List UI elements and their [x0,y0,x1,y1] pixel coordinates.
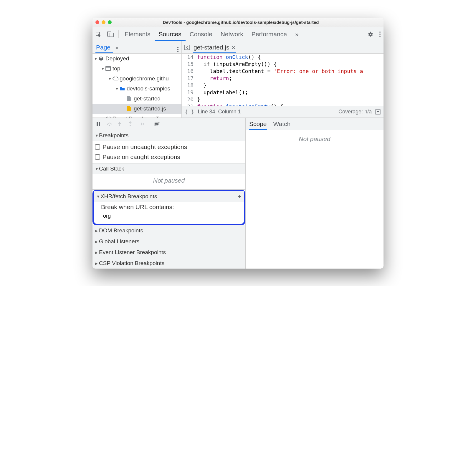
content-area: Page » ▼ Deployed ▼ top ▼ googlechrome.g… [92,41,384,118]
code-line[interactable]: 15 if (inputsAreEmpty()) { [182,61,384,68]
section-csp-breakpoints: ▶CSP Violation Breakpoints [92,258,245,269]
section-header[interactable]: ▼Call Stack [92,163,245,174]
step-icon[interactable] [138,122,144,126]
section-header[interactable]: ▶DOM Breakpoints [92,225,245,236]
cloud-icon [105,117,111,118]
navigator-more-icon[interactable] [177,42,178,52]
code-content: function inputsAreEmpty() { [196,103,283,106]
file-tree: ▼ Deployed ▼ top ▼ googlechrome.githu ▼ … [92,54,181,118]
section-title: XHR/fetch Breakpoints [100,193,157,200]
line-number[interactable]: 19 [182,89,196,96]
debugger-pane: ▼Breakpoints Pause on uncaught exception… [92,118,246,269]
tree-node-top[interactable]: ▼ top [92,64,181,74]
code-content: updateLabel(); [196,89,248,96]
checkbox-icon[interactable] [95,144,100,150]
tree-label: get-started [134,95,161,102]
document-icon [127,96,133,101]
line-number[interactable]: 16 [182,68,196,75]
inspect-icon[interactable] [92,31,104,37]
navigator-tab-page[interactable]: Page [95,41,113,53]
code-editor-pane: get-started.js × 14function onClick() {1… [182,41,384,118]
code-line[interactable]: 17 return; [182,75,384,82]
section-breakpoints: ▼Breakpoints Pause on uncaught exception… [92,130,245,163]
section-header[interactable]: ▼Breakpoints [92,130,245,141]
checkbox-label: Pause on uncaught exceptions [103,143,187,150]
checkbox-label: Pause on caught exceptions [103,153,180,161]
highlight-box: ▼XHR/fetch Breakpoints + Break when URL … [92,190,245,225]
line-number[interactable]: 18 [182,82,196,89]
pause-uncaught-row[interactable]: Pause on uncaught exceptions [95,142,243,152]
step-over-icon[interactable] [107,121,113,127]
tree-node-origin[interactable]: ▼ googlechrome.githu [92,74,181,84]
code-line[interactable]: 18 } [182,82,384,89]
svg-rect-5 [184,45,190,50]
section-title: Event Listener Breakpoints [99,249,166,256]
code-content: label.textContent = 'Error: one or both … [196,68,363,75]
code-view[interactable]: 14function onClick() {15 if (inputsAreEm… [182,54,384,106]
add-icon[interactable]: + [237,192,242,201]
close-icon[interactable]: × [232,44,235,51]
code-line[interactable]: 14function onClick() { [182,54,384,61]
step-out-icon[interactable] [128,121,134,127]
tab-sources[interactable]: Sources [155,27,186,41]
line-number[interactable]: 21 [182,103,196,106]
section-header[interactable]: ▼XHR/fetch Breakpoints + [94,191,244,202]
more-icon[interactable] [376,32,384,37]
not-paused-label: Not paused [92,174,245,189]
titlebar: DevTools - googlechrome.github.io/devtoo… [92,18,384,27]
svg-point-12 [143,123,144,125]
divider [118,30,119,38]
section-callstack: ▼Call Stack Not paused [92,163,245,190]
js-file-icon [127,106,133,111]
tree-node-extension[interactable]: ▶ React Developer Too [92,114,181,118]
section-header[interactable]: ▶Global Listeners [92,236,245,247]
section-header[interactable]: ▶CSP Violation Breakpoints [92,258,245,269]
pause-icon[interactable] [96,121,102,127]
debugger-toolbar [92,118,245,130]
section-title: Call Stack [99,166,124,172]
tree-label: top [113,65,120,72]
step-into-icon[interactable] [117,121,123,127]
code-content: } [196,82,207,89]
pause-caught-row[interactable]: Pause on caught exceptions [95,152,243,162]
tabs-overflow[interactable]: » [291,27,303,41]
tree-label: devtools-samples [127,85,170,92]
tree-node-folder[interactable]: ▼ devtools-samples [92,84,181,94]
tree-node-deployed[interactable]: ▼ Deployed [92,54,181,64]
tab-performance[interactable]: Performance [247,27,291,41]
section-title: Breakpoints [99,132,128,139]
section-title: DOM Breakpoints [99,227,143,234]
toggle-navigator-icon[interactable] [184,45,190,50]
line-number[interactable]: 20 [182,96,196,103]
section-title: Global Listeners [99,238,139,245]
code-line[interactable]: 19 updateLabel(); [182,89,384,96]
editor-tab-active[interactable]: get-started.js × [193,41,236,53]
code-line[interactable]: 16 label.textContent = 'Error: one or bo… [182,68,384,75]
format-icon[interactable]: { } [185,109,194,115]
svg-rect-2 [110,33,113,37]
tree-node-file-js[interactable]: get-started.js [92,104,181,114]
close-window[interactable] [95,20,99,24]
tab-console[interactable]: Console [186,27,216,41]
tab-network[interactable]: Network [216,27,247,41]
xhr-url-input[interactable] [101,212,235,220]
line-number[interactable]: 17 [182,75,196,82]
tab-scope[interactable]: Scope [249,118,267,130]
code-line[interactable]: 20} [182,96,384,103]
deactivate-breakpoints-icon[interactable] [154,121,160,127]
navigator-overflow[interactable]: » [113,44,121,51]
section-header[interactable]: ▶Event Listener Breakpoints [92,247,245,258]
tree-node-file-html[interactable]: get-started [92,94,181,104]
checkbox-icon[interactable] [95,154,100,160]
line-number[interactable]: 15 [182,61,196,68]
scope-watch-pane: Scope Watch Not paused [246,118,384,269]
code-line[interactable]: 21function inputsAreEmpty() { [182,103,384,106]
dropdown-icon[interactable] [375,109,381,115]
tab-elements[interactable]: Elements [120,27,155,41]
line-number[interactable]: 14 [182,54,196,61]
tab-watch[interactable]: Watch [273,120,291,128]
tree-label: React Developer Too [113,115,165,118]
device-toggle-icon[interactable] [104,31,117,37]
settings-icon[interactable] [364,31,376,37]
tree-label: Deployed [105,55,129,62]
